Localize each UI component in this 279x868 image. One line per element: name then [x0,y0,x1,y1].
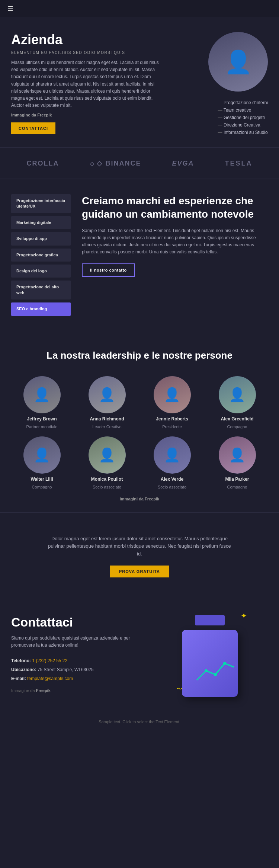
azienda-credit: Immagine da Freepik [11,113,161,117]
service-btn-marketing[interactable]: Marketing digitale [11,216,71,229]
avatar-placeholder-mila: 👤 [219,436,256,474]
member-role-monica: Socio associato [93,485,121,489]
service-btn-app[interactable]: Sviluppo di app [11,232,71,245]
avatar-monica: 👤 [89,436,126,474]
azienda-title: Azienda [11,32,161,48]
member-role-mila: Compagno [227,485,247,489]
avatar-alex-v: 👤 [154,436,191,474]
squiggle-icon-2: 〜 [176,685,182,693]
credit-prefix: Immagine da [11,113,36,117]
avatar-jeffrey: 👤 [23,376,61,413]
contact-section: Contattaci Siamo qui per soddisfare qual… [0,600,279,712]
clip-chart-icon [195,656,236,686]
contattaci-button[interactable]: CONTATTACI [11,122,55,134]
avatar-placeholder-walter: 👤 [23,436,61,474]
team-member-walter: 👤 Walter Lilli Compagno [11,436,73,489]
footer-text: Sample text. Click to select the Text El… [99,720,180,724]
azienda-subtitle: ELEMENTUM EU FACILISIS SED ODIO MORBI QU… [11,51,161,55]
contact-title: Contattaci [11,615,148,630]
azienda-left: Azienda ELEMENTUM EU FACILISIS SED ODIO … [11,32,161,136]
email-line: E-mail: template@sample.com [11,674,148,683]
team-member-mila: 👤 Mila Parker Compagno [206,436,268,489]
trial-button[interactable]: Prova gratuita [110,566,169,577]
team-member-jennie: 👤 Jennie Roberts Presidente [141,376,203,429]
avatar-anna: 👤 [89,376,126,413]
address-label: Ubicazione: [11,667,36,672]
avatar-placeholder-alex-v: 👤 [154,436,191,474]
member-role-walter: Compagno [32,485,52,489]
clip-top [195,615,225,625]
hero-avatar: 👤 [208,32,268,92]
svg-point-1 [214,673,217,676]
member-role-anna: Leader Creativo [92,425,121,429]
credit-brand: Freepik [37,113,52,117]
team-member-alex-g: 👤 Alex Greenfield Compagno [206,376,268,429]
phone-line: Telefono: 1 (232) 252 55 22 [11,656,148,665]
team-credit-brand: Freepik [145,497,159,501]
team-credit-prefix: Immagini da [120,497,144,501]
list-item: Progettazione d'interni [218,99,268,106]
list-item: Informazioni su Studio [218,129,268,136]
address-line: Ubicazione: 75 Street Sample, WI 63025 [11,665,148,674]
logo-binance: ◇ BINANCE [90,159,141,167]
contact-desc: Siamo qui per soddisfare qualsiasi esige… [11,635,148,649]
logo-tesla: TESLA [225,160,252,167]
clipboard-illustration: ✦ 〜 [174,615,249,697]
avatar-placeholder-jennie: 👤 [154,376,191,413]
list-item: Team creativo [218,106,268,114]
service-btn-grafica[interactable]: Progettazione grafica [11,249,71,262]
hamburger-icon[interactable]: ☰ [7,4,13,13]
team-grid: 👤 Jeffrey Brown Partner mondiale 👤 Anna … [11,376,268,489]
contact-info: Telefono: 1 (232) 252 55 22 Ubicazione: … [11,656,148,683]
member-name-mila: Mila Parker [225,477,249,482]
service-btn-ux[interactable]: Progettazione interfaccia utente/UX [11,194,71,213]
member-name-alex-v: Alex Verde [161,477,183,482]
list-item: Direzione Creativa [218,121,268,129]
footer-sample: Sample text. Click to select the Text El… [0,712,279,731]
member-name-alex-g: Alex Greenfield [221,416,253,422]
cta-section: Dolor magna eget est lorem ipsum dolor s… [0,513,279,600]
contact-credit-prefix: Immagine da [11,688,35,693]
member-name-jennie: Jennie Roberts [156,416,188,422]
team-member-anna: 👤 Anna Richmond Leader Creativo [76,376,138,429]
leadership-title: La nostra leadership e le nostre persone [11,350,268,361]
team-member-monica: 👤 Monica Pouliot Socio associato [76,436,138,489]
phone-number: 1 (232) 252 55 22 [32,658,67,663]
team-member-jeffrey: 👤 Jeffrey Brown Partner mondiale [11,376,73,429]
squiggle-icon-1: ✦ [241,611,247,620]
logos-section: CROLLA ◇ BINANCE EVGA TESLA [0,148,279,179]
contact-credit: Immagine da Freepik [11,688,148,693]
member-name-walter: Walter Lilli [31,477,53,482]
hero-avatar-placeholder: 👤 [208,32,268,92]
leadership-section: La nostra leadership e le nostre persone… [0,331,279,512]
logo-crolla: CROLLA [27,160,59,167]
avatar-placeholder-monica: 👤 [89,436,126,474]
services-buttons: Progettazione interfaccia utente/UX Mark… [11,194,71,316]
avatar-placeholder-alex-g: 👤 [219,376,256,413]
contact-right: ✦ 〜 [156,615,268,697]
azienda-list: Progettazione d'interni Team creativo Ge… [218,99,268,136]
clip-body [182,630,238,697]
service-btn-seo[interactable]: SEO e branding [11,302,71,316]
cta-text: Dolor magna eget est lorem ipsum dolor s… [46,535,232,558]
address-value: 75 Street Sample, WI 63025 [38,667,94,672]
email-value[interactable]: template@sample.com [27,676,73,681]
service-btn-logo[interactable]: Design del logo [11,265,71,278]
services-section: Progettazione interfaccia utente/UX Mark… [0,179,279,331]
member-name-jeffrey: Jeffrey Brown [27,416,57,422]
contact-left: Contattaci Siamo qui per soddisfare qual… [11,615,148,693]
email-label: E-mail: [11,676,26,681]
contact-credit-brand: Freepik [36,688,51,693]
top-bar: ☰ [0,0,279,17]
svg-point-2 [223,662,226,665]
team-credit: Immagini da Freepik [11,497,268,501]
avatar-alex-g: 👤 [219,376,256,413]
services-content: Creiamo marchi ed esperienze che guidano… [82,194,268,316]
avatar-placeholder-jeffrey: 👤 [23,376,61,413]
services-title: Creiamo marchi ed esperienze che guidano… [82,194,268,221]
nostro-contatto-button[interactable]: Il nostro contatto [82,263,135,277]
team-member-alex-v: 👤 Alex Verde Socio associato [141,436,203,489]
services-text: Sample text. Click to select the Text El… [82,227,268,256]
member-role-alex-g: Compagno [227,425,247,429]
service-btn-web[interactable]: Progettazione del sito web [11,281,71,300]
